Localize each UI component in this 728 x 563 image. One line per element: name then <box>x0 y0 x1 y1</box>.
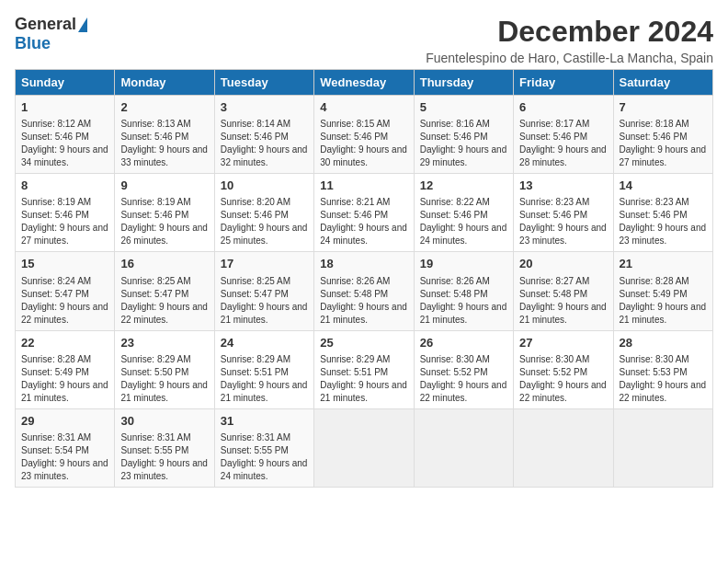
day-details: Sunrise: 8:29 AMSunset: 5:50 PMDaylight:… <box>120 353 208 405</box>
day-number: 8 <box>21 178 108 194</box>
day-details: Sunrise: 8:27 AMSunset: 5:48 PMDaylight:… <box>519 275 607 327</box>
calendar-body: 1 Sunrise: 8:12 AMSunset: 5:46 PMDayligh… <box>16 96 713 488</box>
header-cell-tuesday: Tuesday <box>214 70 313 96</box>
day-details: Sunrise: 8:31 AMSunset: 5:55 PMDaylight:… <box>221 431 308 483</box>
day-number: 21 <box>620 256 707 272</box>
day-number: 31 <box>221 413 308 430</box>
day-cell: 30 Sunrise: 8:31 AMSunset: 5:55 PMDaylig… <box>115 408 214 487</box>
day-cell: 22 Sunrise: 8:28 AMSunset: 5:49 PMDaylig… <box>16 330 115 408</box>
day-details: Sunrise: 8:25 AMSunset: 5:47 PMDaylight:… <box>221 275 308 327</box>
day-number: 10 <box>221 178 308 194</box>
day-cell: 16 Sunrise: 8:25 AMSunset: 5:47 PMDaylig… <box>115 252 214 330</box>
day-details: Sunrise: 8:30 AMSunset: 5:53 PMDaylight:… <box>620 353 707 405</box>
day-details: Sunrise: 8:26 AMSunset: 5:48 PMDaylight:… <box>420 275 507 327</box>
day-number: 1 <box>21 99 108 116</box>
day-number: 3 <box>221 99 308 116</box>
calendar-subtitle: Fuentelespino de Haro, Castille-La Manch… <box>426 51 713 65</box>
day-cell: 24 Sunrise: 8:29 AMSunset: 5:51 PMDaylig… <box>214 330 313 408</box>
day-number: 2 <box>120 99 208 116</box>
header-row: SundayMondayTuesdayWednesdayThursdayFrid… <box>16 70 713 96</box>
week-row-2: 8 Sunrise: 8:19 AMSunset: 5:46 PMDayligh… <box>16 174 713 252</box>
day-details: Sunrise: 8:22 AMSunset: 5:46 PMDaylight:… <box>420 196 507 247</box>
day-cell: 10 Sunrise: 8:20 AMSunset: 5:46 PMDaylig… <box>214 174 313 252</box>
day-details: Sunrise: 8:29 AMSunset: 5:51 PMDaylight:… <box>221 353 308 405</box>
day-number: 25 <box>320 335 407 351</box>
day-number: 5 <box>420 99 507 116</box>
title-area: December 2024 Fuentelespino de Haro, Cas… <box>426 15 713 65</box>
day-cell: 12 Sunrise: 8:22 AMSunset: 5:46 PMDaylig… <box>414 174 513 252</box>
day-cell: 1 Sunrise: 8:12 AMSunset: 5:46 PMDayligh… <box>16 96 115 174</box>
day-cell: 11 Sunrise: 8:21 AMSunset: 5:46 PMDaylig… <box>314 174 414 252</box>
day-cell: 9 Sunrise: 8:19 AMSunset: 5:46 PMDayligh… <box>115 174 214 252</box>
day-cell: 26 Sunrise: 8:30 AMSunset: 5:52 PMDaylig… <box>414 330 513 408</box>
logo: General Blue <box>15 15 87 53</box>
day-number: 19 <box>420 256 507 272</box>
day-details: Sunrise: 8:31 AMSunset: 5:55 PMDaylight:… <box>120 431 208 483</box>
header-cell-thursday: Thursday <box>414 70 513 96</box>
day-cell: 14 Sunrise: 8:23 AMSunset: 5:46 PMDaylig… <box>613 174 712 252</box>
day-cell: 29 Sunrise: 8:31 AMSunset: 5:54 PMDaylig… <box>16 408 115 487</box>
day-number: 29 <box>21 413 108 430</box>
day-cell <box>314 408 414 487</box>
header-cell-monday: Monday <box>115 70 214 96</box>
header-cell-friday: Friday <box>514 70 613 96</box>
day-details: Sunrise: 8:28 AMSunset: 5:49 PMDaylight:… <box>21 353 108 405</box>
day-number: 4 <box>320 99 407 116</box>
day-details: Sunrise: 8:25 AMSunset: 5:47 PMDaylight:… <box>120 275 208 327</box>
day-details: Sunrise: 8:17 AMSunset: 5:46 PMDaylight:… <box>519 118 607 169</box>
day-details: Sunrise: 8:19 AMSunset: 5:46 PMDaylight:… <box>21 196 108 247</box>
day-number: 15 <box>21 256 108 272</box>
day-number: 12 <box>420 178 507 194</box>
day-cell: 18 Sunrise: 8:26 AMSunset: 5:48 PMDaylig… <box>314 252 414 330</box>
day-number: 23 <box>120 335 208 351</box>
day-cell: 5 Sunrise: 8:16 AMSunset: 5:46 PMDayligh… <box>414 96 513 174</box>
day-cell: 15 Sunrise: 8:24 AMSunset: 5:47 PMDaylig… <box>16 252 115 330</box>
week-row-4: 22 Sunrise: 8:28 AMSunset: 5:49 PMDaylig… <box>16 330 713 408</box>
day-details: Sunrise: 8:26 AMSunset: 5:48 PMDaylight:… <box>320 275 407 327</box>
day-details: Sunrise: 8:28 AMSunset: 5:49 PMDaylight:… <box>620 275 707 327</box>
week-row-5: 29 Sunrise: 8:31 AMSunset: 5:54 PMDaylig… <box>16 408 713 487</box>
day-cell: 7 Sunrise: 8:18 AMSunset: 5:46 PMDayligh… <box>613 96 712 174</box>
day-number: 11 <box>320 178 407 194</box>
header: General Blue December 2024 Fuentelespino… <box>15 15 713 65</box>
day-cell <box>514 408 613 487</box>
calendar-table: SundayMondayTuesdayWednesdayThursdayFrid… <box>15 69 713 488</box>
day-details: Sunrise: 8:16 AMSunset: 5:46 PMDaylight:… <box>420 118 507 169</box>
day-cell <box>613 408 712 487</box>
day-details: Sunrise: 8:21 AMSunset: 5:46 PMDaylight:… <box>320 196 407 247</box>
logo-blue: Blue <box>15 34 51 53</box>
day-details: Sunrise: 8:23 AMSunset: 5:46 PMDaylight:… <box>519 196 607 247</box>
header-cell-sunday: Sunday <box>16 70 115 96</box>
day-number: 30 <box>120 413 208 430</box>
day-details: Sunrise: 8:14 AMSunset: 5:46 PMDaylight:… <box>221 118 308 169</box>
day-details: Sunrise: 8:15 AMSunset: 5:46 PMDaylight:… <box>320 118 407 169</box>
day-details: Sunrise: 8:18 AMSunset: 5:46 PMDaylight:… <box>620 118 707 169</box>
day-details: Sunrise: 8:20 AMSunset: 5:46 PMDaylight:… <box>221 196 308 247</box>
day-cell: 6 Sunrise: 8:17 AMSunset: 5:46 PMDayligh… <box>514 96 613 174</box>
day-number: 22 <box>21 335 108 351</box>
day-cell: 2 Sunrise: 8:13 AMSunset: 5:46 PMDayligh… <box>115 96 214 174</box>
day-number: 18 <box>320 256 407 272</box>
day-cell: 31 Sunrise: 8:31 AMSunset: 5:55 PMDaylig… <box>214 408 313 487</box>
day-number: 28 <box>620 335 707 351</box>
day-number: 7 <box>620 99 707 116</box>
day-number: 16 <box>120 256 208 272</box>
day-cell: 8 Sunrise: 8:19 AMSunset: 5:46 PMDayligh… <box>16 174 115 252</box>
header-cell-saturday: Saturday <box>613 70 712 96</box>
logo-general: General <box>15 15 76 34</box>
day-details: Sunrise: 8:29 AMSunset: 5:51 PMDaylight:… <box>320 353 407 405</box>
day-cell: 17 Sunrise: 8:25 AMSunset: 5:47 PMDaylig… <box>214 252 313 330</box>
day-details: Sunrise: 8:19 AMSunset: 5:46 PMDaylight:… <box>120 196 208 247</box>
calendar-title: December 2024 <box>426 15 713 49</box>
day-cell: 27 Sunrise: 8:30 AMSunset: 5:52 PMDaylig… <box>514 330 613 408</box>
day-number: 24 <box>221 335 308 351</box>
day-cell: 20 Sunrise: 8:27 AMSunset: 5:48 PMDaylig… <box>514 252 613 330</box>
day-number: 14 <box>620 178 707 194</box>
day-cell: 28 Sunrise: 8:30 AMSunset: 5:53 PMDaylig… <box>613 330 712 408</box>
day-details: Sunrise: 8:24 AMSunset: 5:47 PMDaylight:… <box>21 275 108 327</box>
day-details: Sunrise: 8:30 AMSunset: 5:52 PMDaylight:… <box>519 353 607 405</box>
day-cell: 4 Sunrise: 8:15 AMSunset: 5:46 PMDayligh… <box>314 96 414 174</box>
day-cell: 3 Sunrise: 8:14 AMSunset: 5:46 PMDayligh… <box>214 96 313 174</box>
day-cell <box>414 408 513 487</box>
day-number: 17 <box>221 256 308 272</box>
